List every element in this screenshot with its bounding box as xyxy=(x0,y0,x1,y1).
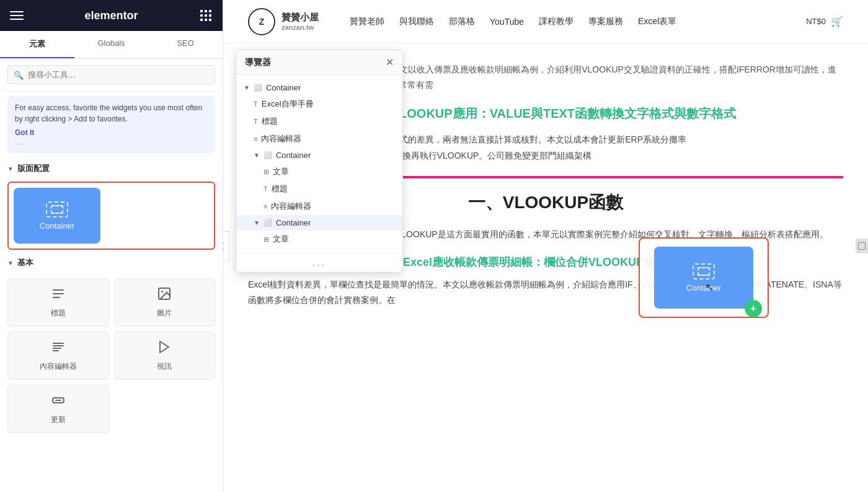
widget-image-label: 圖片 xyxy=(157,308,172,318)
cursor-icon: ↖ xyxy=(705,281,714,294)
panel-config-area: Container xyxy=(7,182,215,250)
sidebar-header: elementor xyxy=(0,0,223,31)
container-widget-main[interactable]: Container + xyxy=(654,247,753,309)
tree-text-icon-1: T xyxy=(254,100,258,108)
heading-icon xyxy=(51,286,66,304)
cart-price: NT$0 xyxy=(806,17,826,26)
tree-text-icon-2: T xyxy=(254,118,258,125)
tree-editor-icon-2: ≡ xyxy=(264,203,267,210)
container-main-label: Container xyxy=(686,283,721,292)
widget-heading[interactable]: 標題 xyxy=(7,278,109,327)
nav-right: NT$0 🛒 xyxy=(806,15,843,27)
nav-item-content-editor-2[interactable]: ≡ 內容編輯器 xyxy=(236,198,402,215)
tree-editor-icon-1: ≡ xyxy=(254,135,257,143)
logo-sub: zanzan.tw xyxy=(281,24,319,31)
collapse-sidebar-button[interactable] xyxy=(223,231,229,261)
widget-video[interactable]: 視訊 xyxy=(114,332,216,380)
nav-item-container-2[interactable]: ▼ ⬜ Container xyxy=(236,215,402,231)
tree-article-icon-1: ⊞ xyxy=(264,168,269,176)
nav-item-label-heading2: 標題 xyxy=(272,183,288,195)
tree-container-icon-2: ⬜ xyxy=(264,219,272,227)
nav-item-article-2[interactable]: ⊞ 文章 xyxy=(236,231,402,248)
tip-dots: ...... xyxy=(15,139,208,147)
tab-seo[interactable]: SEO xyxy=(148,31,223,58)
tip-box: For easy access, favorite the widgets yo… xyxy=(7,96,215,153)
tree-text-icon-3: T xyxy=(264,185,268,193)
tree-article-icon-2: ⊞ xyxy=(264,235,269,244)
nav-item-label-editor2: 內容編輯器 xyxy=(271,201,311,212)
logo-circle: Z xyxy=(248,8,275,35)
nav-item-blog[interactable]: 部落格 xyxy=(449,16,475,27)
got-it-button[interactable]: Got It xyxy=(15,127,208,138)
nav-item-label-heading1: 標題 xyxy=(262,116,278,127)
container-drop-area: Container + ↖ xyxy=(639,237,769,318)
nav-panel-title: 導覽器 xyxy=(245,57,271,68)
nav-item-label-editor1: 內容編輯器 xyxy=(261,133,301,144)
nav-item-heading-2[interactable]: T 標題 xyxy=(236,180,402,198)
nav-item-excel-handbook[interactable]: T Excel自學手冊 xyxy=(236,95,402,113)
panel-config-label: 版面配置 xyxy=(17,163,50,174)
page-indicator[interactable] xyxy=(856,239,868,253)
cart-icon[interactable]: 🛒 xyxy=(831,15,843,27)
content-editor-icon xyxy=(51,340,66,358)
widget-button[interactable]: 更新 xyxy=(7,385,109,433)
basic-label: 基本 xyxy=(17,257,33,268)
hamburger-menu-icon[interactable] xyxy=(10,9,24,22)
video-icon xyxy=(157,340,172,358)
widget-video-label: 視訊 xyxy=(157,361,172,372)
nav-item-excel[interactable]: Excel表單 xyxy=(638,16,676,27)
nav-item-article-1[interactable]: ⊞ 文章 xyxy=(236,163,402,180)
nav-item-container-1[interactable]: ▼ ⬜ Container xyxy=(236,147,402,163)
logo-text: 贊贊小屋 xyxy=(281,12,319,24)
nav-item-contact[interactable]: 與我聯絡 xyxy=(399,16,434,27)
nav-item-label-article1: 文章 xyxy=(273,166,289,177)
site-nav: Z 贊贊小屋 zanzan.tw 贊贊老師 與我聯絡 部落格 YouTube 課… xyxy=(223,0,868,43)
nav-item-youtube[interactable]: YouTube xyxy=(490,17,524,27)
add-container-button[interactable]: + xyxy=(745,300,762,317)
widget-image[interactable]: 圖片 xyxy=(114,278,216,327)
nav-item-container-0[interactable]: ▼ ⬜ Container xyxy=(236,80,402,95)
panel-config-section-header[interactable]: ▼ 版面配置 xyxy=(0,158,223,179)
nav-more: ... xyxy=(236,253,402,272)
button-icon xyxy=(51,393,66,411)
tab-globals[interactable]: Globals xyxy=(74,31,149,58)
nav-items: 贊贊老師 與我聯絡 部落格 YouTube 課程教學 專案服務 Excel表單 xyxy=(350,16,787,27)
widget-heading-label: 標題 xyxy=(51,308,66,318)
sidebar: elementor 元素 Globals SEO 🔍 For easy acce… xyxy=(0,0,223,492)
nav-item-courses[interactable]: 課程教學 xyxy=(539,16,574,27)
navigator-panel: 導覽器 ✕ ▼ ⬜ Container T Excel自學手冊 T 標題 ≡ 內… xyxy=(236,50,403,273)
nav-item-content-editor-1[interactable]: ≡ 內容編輯器 xyxy=(236,130,402,147)
tree-arrow-0: ▼ xyxy=(244,84,250,91)
container-main-icon xyxy=(693,263,715,279)
nav-item-heading-1[interactable]: T 標題 xyxy=(236,113,402,130)
nav-item-label-container1: Container xyxy=(276,151,311,160)
sidebar-tabs: 元素 Globals SEO xyxy=(0,31,223,59)
nav-item-label-container2: Container xyxy=(276,218,311,227)
nav-panel-close-button[interactable]: ✕ xyxy=(386,56,394,68)
basic-section-header[interactable]: ▼ 基本 xyxy=(0,252,223,273)
image-icon xyxy=(157,286,172,304)
site-logo[interactable]: Z 贊贊小屋 zanzan.tw xyxy=(248,8,319,35)
container-widget-label: Container xyxy=(40,221,74,231)
widget-grid: 標題 圖片 內容編輯器 xyxy=(0,273,223,438)
tree-arrow-1: ▼ xyxy=(254,152,260,159)
tab-elements[interactable]: 元素 xyxy=(0,31,74,58)
nav-panel-header: 導覽器 ✕ xyxy=(236,50,402,75)
search-input[interactable] xyxy=(7,65,215,84)
widget-content-editor[interactable]: 內容編輯器 xyxy=(7,332,109,380)
nav-item-label-0: Container xyxy=(266,83,301,92)
nav-item-label-excel: Excel自學手冊 xyxy=(262,99,314,110)
page-indicator-icon xyxy=(858,242,866,250)
nav-item-services[interactable]: 專案服務 xyxy=(588,16,623,27)
nav-tree: ▼ ⬜ Container T Excel自學手冊 T 標題 ≡ 內容編輯器 ▼… xyxy=(236,75,402,253)
main-content: 導覽器 ✕ ▼ ⬜ Container T Excel自學手冊 T 標題 ≡ 內… xyxy=(223,0,868,492)
widget-content-editor-label: 內容編輯器 xyxy=(40,361,77,372)
nav-item-teacher[interactable]: 贊贊老師 xyxy=(350,16,384,27)
panel-config-arrow: ▼ xyxy=(7,165,14,172)
tree-container-icon-0: ⬜ xyxy=(254,84,262,92)
container-widget[interactable]: Container xyxy=(14,188,100,244)
svg-marker-2 xyxy=(160,341,169,353)
grid-menu-icon[interactable] xyxy=(199,9,213,22)
container-icon xyxy=(46,201,68,217)
sidebar-search-wrapper: 🔍 xyxy=(0,59,223,91)
